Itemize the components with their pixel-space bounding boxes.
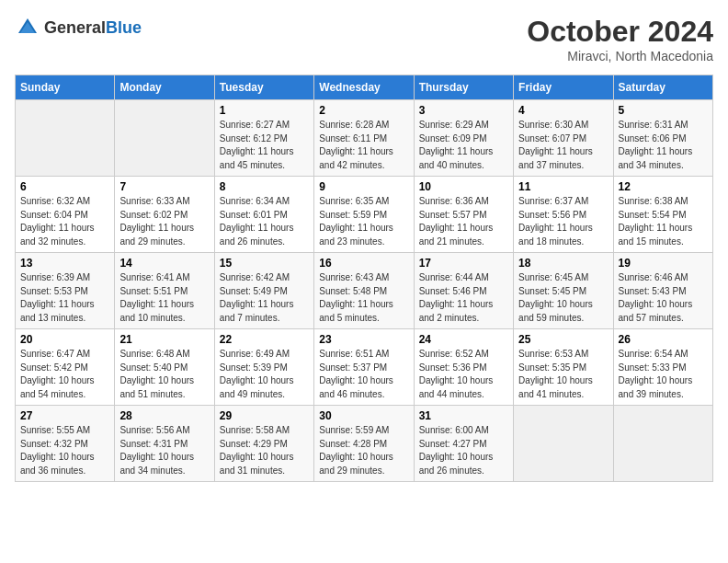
day-number: 2 [319,104,408,117]
day-number: 1 [220,104,309,117]
title-block: October 2024 Miravci, North Macedonia [527,15,713,63]
calendar-cell: 24Sunrise: 6:52 AMSunset: 5:36 PMDayligh… [414,329,513,406]
day-info: Sunrise: 6:49 AMSunset: 5:39 PMDaylight:… [220,348,309,401]
day-number: 17 [419,257,508,270]
day-number: 29 [220,409,309,422]
day-number: 10 [419,180,508,193]
calendar-cell: 4Sunrise: 6:30 AMSunset: 6:07 PMDaylight… [514,100,613,177]
day-info: Sunrise: 6:53 AMSunset: 5:35 PMDaylight:… [518,348,608,401]
calendar-cell: 12Sunrise: 6:38 AMSunset: 5:54 PMDayligh… [613,177,712,253]
day-info: Sunrise: 6:31 AMSunset: 6:06 PMDaylight:… [619,119,708,172]
calendar-week-row: 20Sunrise: 6:47 AMSunset: 5:42 PMDayligh… [16,329,713,406]
day-info: Sunrise: 6:37 AMSunset: 5:56 PMDaylight:… [518,195,608,248]
calendar-cell: 31Sunrise: 6:00 AMSunset: 4:27 PMDayligh… [414,406,513,482]
column-header-saturday: Saturday [613,75,712,100]
calendar-week-row: 27Sunrise: 5:55 AMSunset: 4:32 PMDayligh… [16,406,713,482]
calendar-cell: 15Sunrise: 6:42 AMSunset: 5:49 PMDayligh… [214,253,313,329]
day-number: 31 [419,409,508,422]
calendar-cell: 3Sunrise: 6:29 AMSunset: 6:09 PMDaylight… [414,100,513,177]
day-info: Sunrise: 6:34 AMSunset: 6:01 PMDaylight:… [220,195,309,248]
calendar-week-row: 1Sunrise: 6:27 AMSunset: 6:12 PMDaylight… [16,100,713,177]
page-header: GeneralBlue October 2024 Miravci, North … [15,15,713,63]
calendar-week-row: 6Sunrise: 6:32 AMSunset: 6:04 PMDaylight… [16,177,713,253]
calendar-cell: 21Sunrise: 6:48 AMSunset: 5:40 PMDayligh… [115,329,214,406]
calendar-cell: 13Sunrise: 6:39 AMSunset: 5:53 PMDayligh… [16,253,115,329]
day-info: Sunrise: 6:39 AMSunset: 5:53 PMDaylight:… [20,271,109,325]
day-number: 27 [20,409,109,422]
day-info: Sunrise: 6:46 AMSunset: 5:43 PMDaylight:… [619,271,708,325]
day-number: 12 [619,180,708,193]
calendar-week-row: 13Sunrise: 6:39 AMSunset: 5:53 PMDayligh… [16,253,713,329]
column-header-friday: Friday [514,75,613,100]
day-number: 18 [518,257,608,270]
column-header-tuesday: Tuesday [214,75,313,100]
day-info: Sunrise: 5:59 AMSunset: 4:28 PMDaylight:… [319,424,408,477]
day-number: 19 [619,257,708,270]
calendar-cell: 19Sunrise: 6:46 AMSunset: 5:43 PMDayligh… [613,253,712,329]
day-number: 13 [20,257,109,270]
column-header-thursday: Thursday [414,75,513,100]
day-number: 14 [119,257,209,270]
calendar-cell: 17Sunrise: 6:44 AMSunset: 5:46 PMDayligh… [414,253,513,329]
calendar-cell [514,406,613,482]
day-number: 22 [220,333,309,346]
day-info: Sunrise: 6:35 AMSunset: 5:59 PMDaylight:… [319,195,408,248]
day-info: Sunrise: 6:45 AMSunset: 5:45 PMDaylight:… [518,271,608,325]
day-info: Sunrise: 6:36 AMSunset: 5:57 PMDaylight:… [419,195,508,248]
calendar-cell: 28Sunrise: 5:56 AMSunset: 4:31 PMDayligh… [115,406,214,482]
day-number: 15 [220,257,309,270]
day-info: Sunrise: 5:55 AMSunset: 4:32 PMDaylight:… [20,424,109,477]
column-header-monday: Monday [115,75,214,100]
day-info: Sunrise: 6:27 AMSunset: 6:12 PMDaylight:… [220,119,309,172]
day-info: Sunrise: 6:42 AMSunset: 5:49 PMDaylight:… [220,271,309,325]
calendar-cell: 27Sunrise: 5:55 AMSunset: 4:32 PMDayligh… [16,406,115,482]
day-number: 11 [518,180,608,193]
calendar-cell [16,100,115,177]
column-header-sunday: Sunday [16,75,115,100]
calendar-cell: 9Sunrise: 6:35 AMSunset: 5:59 PMDaylight… [314,177,414,253]
location-subtitle: Miravci, North Macedonia [527,49,713,63]
day-info: Sunrise: 6:43 AMSunset: 5:48 PMDaylight:… [319,271,408,325]
calendar-cell: 23Sunrise: 6:51 AMSunset: 5:37 PMDayligh… [314,329,414,406]
logo-text: GeneralBlue [44,18,142,38]
calendar-cell: 5Sunrise: 6:31 AMSunset: 6:06 PMDaylight… [613,100,712,177]
day-number: 9 [319,180,408,193]
day-info: Sunrise: 6:54 AMSunset: 5:33 PMDaylight:… [619,348,708,401]
calendar-cell: 10Sunrise: 6:36 AMSunset: 5:57 PMDayligh… [414,177,513,253]
day-number: 23 [319,333,408,346]
day-number: 7 [119,180,209,193]
calendar-cell: 16Sunrise: 6:43 AMSunset: 5:48 PMDayligh… [314,253,414,329]
day-info: Sunrise: 6:44 AMSunset: 5:46 PMDaylight:… [419,271,508,325]
day-number: 21 [119,333,209,346]
day-number: 4 [518,104,608,117]
calendar-table: SundayMondayTuesdayWednesdayThursdayFrid… [15,75,713,482]
calendar-cell: 20Sunrise: 6:47 AMSunset: 5:42 PMDayligh… [16,329,115,406]
day-number: 25 [518,333,608,346]
day-info: Sunrise: 6:29 AMSunset: 6:09 PMDaylight:… [419,119,508,172]
day-info: Sunrise: 6:38 AMSunset: 5:54 PMDaylight:… [619,195,708,248]
calendar-cell: 8Sunrise: 6:34 AMSunset: 6:01 PMDaylight… [214,177,313,253]
calendar-cell: 29Sunrise: 5:58 AMSunset: 4:29 PMDayligh… [214,406,313,482]
day-info: Sunrise: 6:52 AMSunset: 5:36 PMDaylight:… [419,348,508,401]
day-info: Sunrise: 6:30 AMSunset: 6:07 PMDaylight:… [518,119,608,172]
day-info: Sunrise: 5:58 AMSunset: 4:29 PMDaylight:… [220,424,309,477]
logo-icon [15,15,40,40]
day-info: Sunrise: 6:28 AMSunset: 6:11 PMDaylight:… [319,119,408,172]
day-info: Sunrise: 6:51 AMSunset: 5:37 PMDaylight:… [319,348,408,401]
calendar-cell: 1Sunrise: 6:27 AMSunset: 6:12 PMDaylight… [214,100,313,177]
day-info: Sunrise: 6:47 AMSunset: 5:42 PMDaylight:… [20,348,109,401]
day-number: 16 [319,257,408,270]
calendar-cell [115,100,214,177]
month-title: October 2024 [527,15,713,49]
calendar-cell: 30Sunrise: 5:59 AMSunset: 4:28 PMDayligh… [314,406,414,482]
day-info: Sunrise: 6:32 AMSunset: 6:04 PMDaylight:… [20,195,109,248]
day-info: Sunrise: 6:41 AMSunset: 5:51 PMDaylight:… [119,271,209,325]
day-number: 3 [419,104,508,117]
calendar-cell [613,406,712,482]
day-number: 20 [20,333,109,346]
calendar-cell: 26Sunrise: 6:54 AMSunset: 5:33 PMDayligh… [613,329,712,406]
calendar-cell: 11Sunrise: 6:37 AMSunset: 5:56 PMDayligh… [514,177,613,253]
column-header-wednesday: Wednesday [314,75,414,100]
calendar-cell: 2Sunrise: 6:28 AMSunset: 6:11 PMDaylight… [314,100,414,177]
day-number: 26 [619,333,708,346]
